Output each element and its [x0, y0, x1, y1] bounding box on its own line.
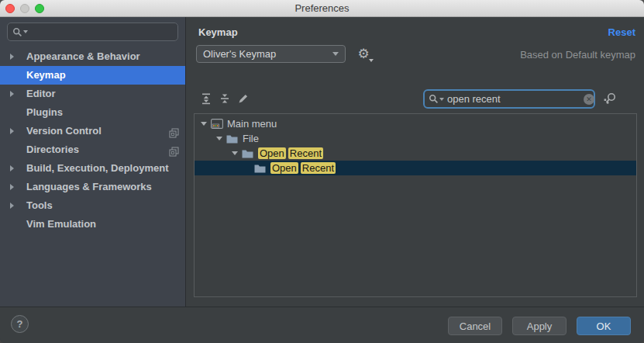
sidebar-item-label: Tools [26, 196, 53, 215]
sidebar-item-build-execution-deployment[interactable]: Build, Execution, Deployment [0, 159, 185, 178]
search-match-highlight: Open [258, 147, 286, 159]
sidebar-item-appearance-behavior[interactable]: Appearance & Behavior [0, 47, 185, 66]
settings-search-input[interactable] [31, 26, 173, 38]
folder-icon [226, 133, 239, 144]
close-button[interactable] [5, 4, 15, 13]
expand-arrow-icon [10, 184, 14, 190]
keymap-select-value: Oliver's Keymap [203, 48, 332, 60]
ok-button[interactable]: OK [577, 317, 631, 335]
sidebar-item-plugins[interactable]: Plugins [0, 103, 185, 122]
sidebar-item-label: Editor [26, 85, 56, 103]
sidebar-item-label: Languages & Frameworks [26, 178, 152, 196]
collapse-arrow-icon[interactable] [232, 151, 238, 155]
reset-link[interactable]: Reset [608, 26, 635, 38]
chevron-down-icon [332, 52, 339, 56]
window-controls [5, 4, 44, 13]
sidebar-item-label: Appearance & Behavior [26, 47, 140, 66]
help-button[interactable]: ? [11, 315, 29, 333]
search-match-highlight: Open [270, 162, 298, 174]
main-menu-icon [211, 119, 223, 130]
tree-item-label: File [243, 133, 259, 144]
action-search-input[interactable] [447, 93, 584, 105]
expand-arrow-icon [10, 203, 14, 209]
sidebar-item-tools[interactable]: Tools [0, 196, 185, 215]
collapse-all-button[interactable] [217, 92, 232, 107]
search-options-caret-icon [23, 30, 28, 33]
settings-search-field[interactable] [7, 23, 178, 41]
clear-search-button[interactable]: ✕ [584, 94, 594, 105]
preferences-window: Preferences Appearance & BehaviorKeymapE… [0, 0, 644, 343]
sidebar-item-label: Build, Execution, Deployment [26, 159, 168, 178]
sidebar-item-label: Keymap [26, 66, 66, 85]
expand-all-button[interactable] [198, 92, 214, 107]
sidebar-item-label: Version Control [26, 122, 102, 140]
find-by-shortcut-icon [602, 92, 618, 106]
expand-arrow-icon [10, 91, 14, 97]
collapse-arrow-icon[interactable] [201, 122, 207, 126]
folder-icon [254, 163, 267, 174]
sidebar-item-editor[interactable]: Editor [0, 85, 185, 103]
cancel-button[interactable]: Cancel [448, 317, 502, 335]
search-match-highlight: Recent [301, 162, 336, 174]
tree-row[interactable]: File [195, 131, 636, 146]
gear-caret-icon [369, 59, 374, 62]
sidebar-item-version-control[interactable]: Version Control [0, 122, 185, 140]
tree-row[interactable]: OpenRecent [195, 146, 636, 161]
tree-row[interactable]: OpenRecent [195, 161, 636, 175]
apply-button[interactable]: Apply [512, 317, 567, 335]
expand-arrow-icon [10, 128, 14, 134]
window-title: Preferences [0, 0, 644, 16]
collapse-all-icon [219, 92, 231, 105]
minimize-button[interactable] [20, 4, 29, 13]
search-options-caret-icon [439, 98, 444, 101]
sidebar-nav: Appearance & BehaviorKeymapEditorPlugins… [0, 47, 185, 234]
page-title: Keymap [198, 26, 238, 38]
keymap-settings-button[interactable]: ⚙ [354, 45, 373, 64]
folder-icon [242, 148, 254, 159]
keymap-panel: Keymap Reset Oliver's Keymap ⚙ Based on … [187, 17, 644, 307]
based-on-label: Based on Default keymap [520, 49, 635, 61]
sidebar-item-label: Vim Emulation [26, 215, 96, 234]
keymap-select[interactable]: Oliver's Keymap [196, 45, 346, 63]
titlebar: Preferences [0, 0, 644, 17]
pencil-icon [237, 92, 250, 105]
expand-arrow-icon [10, 54, 14, 60]
action-search-field[interactable]: ✕ [423, 89, 595, 109]
sidebar-item-label: Plugins [26, 103, 63, 122]
dialog-footer: ? Cancel Apply OK [0, 307, 644, 343]
tree-item-label: Main menu [227, 118, 277, 130]
expand-all-icon [200, 92, 212, 105]
expand-arrow-icon [10, 165, 14, 172]
sidebar-item-keymap[interactable]: Keymap [0, 66, 185, 85]
tree-item-label: OpenRecent [258, 147, 325, 159]
search-icon [429, 94, 444, 104]
search-icon [12, 27, 28, 37]
keymap-tree: Main menuFileOpenRecentOpenRecent [194, 113, 637, 297]
zoom-button[interactable] [35, 4, 44, 13]
find-actions-by-shortcut-button[interactable] [601, 92, 619, 107]
sidebar-item-directories[interactable]: Directories [0, 140, 185, 159]
tree-item-label: OpenRecent [270, 162, 338, 174]
sidebar-item-languages-frameworks[interactable]: Languages & Frameworks [0, 178, 185, 196]
collapse-arrow-icon[interactable] [216, 137, 222, 140]
edit-shortcut-button[interactable] [236, 92, 251, 107]
sidebar-item-label: Directories [26, 140, 79, 159]
search-match-highlight: Recent [288, 147, 323, 159]
tree-row[interactable]: Main menu [195, 116, 636, 131]
sidebar-item-vim-emulation[interactable]: Vim Emulation [0, 215, 185, 234]
settings-sidebar: Appearance & BehaviorKeymapEditorPlugins… [0, 17, 186, 307]
